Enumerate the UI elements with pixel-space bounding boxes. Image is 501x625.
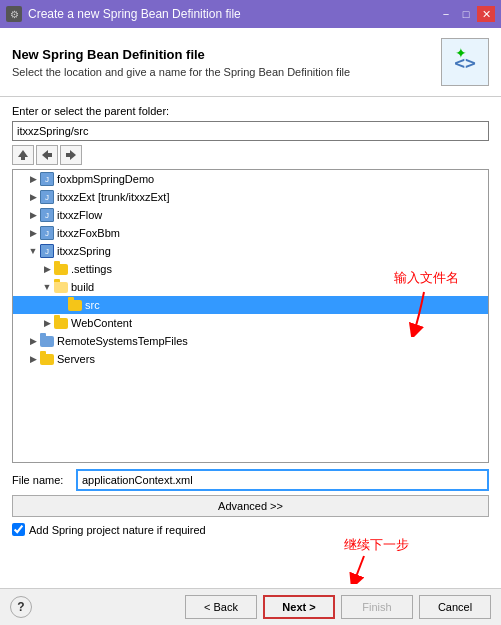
minimize-button[interactable]: − (437, 6, 455, 22)
tree-toggle-icon[interactable]: ▶ (27, 209, 39, 221)
title-bar-title: Create a new Spring Bean Definition file (28, 7, 241, 21)
dialog-title: New Spring Bean Definition file (12, 47, 350, 62)
svg-rect-1 (21, 157, 25, 160)
tree-item[interactable]: ▶ Servers (13, 350, 488, 368)
folder-up-button[interactable] (12, 145, 34, 165)
tree-toggle-icon[interactable] (55, 299, 67, 311)
tree-item-label: .settings (71, 263, 112, 275)
tree-toggle-icon[interactable]: ▶ (27, 191, 39, 203)
title-bar-app-icon: ⚙ (6, 6, 22, 22)
project-icon: J (39, 226, 55, 240)
help-button[interactable]: ? (10, 596, 32, 618)
dialog-description: Select the location and give a name for … (12, 66, 350, 78)
tree-item-label: itxxzSpring (57, 245, 111, 257)
project-icon: J (39, 172, 55, 186)
tree-toggle-icon[interactable]: ▶ (27, 335, 39, 347)
filename-label: File name: (12, 474, 70, 486)
folder-open-icon (53, 280, 69, 294)
tree-toggle-icon[interactable]: ▼ (41, 281, 53, 293)
dialog-header-text: New Spring Bean Definition file Select t… (12, 47, 350, 78)
advanced-button[interactable]: Advanced >> (12, 495, 489, 517)
folder-icon (39, 334, 55, 348)
tree-item-label: itxxzExt [trunk/itxxzExt] (57, 191, 169, 203)
footer-left: ? (10, 596, 32, 618)
folder-icon (53, 262, 69, 276)
tree-toggle-icon[interactable]: ▶ (27, 173, 39, 185)
tree-toggle-icon[interactable]: ▼ (27, 245, 39, 257)
tree-item[interactable]: ▼ build (13, 278, 488, 296)
svg-rect-3 (48, 153, 52, 157)
folder-label: Enter or select the parent folder: (12, 105, 489, 117)
checkbox-row: Add Spring project nature if required (12, 523, 489, 536)
folder-icon (53, 316, 69, 330)
tree-toggle-icon[interactable]: ▶ (41, 317, 53, 329)
maximize-button[interactable]: □ (457, 6, 475, 22)
project-icon: J (39, 208, 55, 222)
checkbox-label: Add Spring project nature if required (29, 524, 206, 536)
next-step-annotation: 继续下一步 (344, 536, 409, 587)
tree-item-label: build (71, 281, 94, 293)
project-open-icon: J (39, 244, 55, 258)
folder-icon (67, 298, 83, 312)
footer-right: < Back Next > Finish Cancel (185, 595, 491, 619)
dialog-body: New Spring Bean Definition file Select t… (0, 28, 501, 625)
svg-rect-5 (66, 153, 70, 157)
folder-forward-button[interactable] (60, 145, 82, 165)
svg-marker-0 (18, 150, 28, 157)
svg-marker-4 (70, 150, 76, 160)
tree-toggle-icon[interactable]: ▶ (27, 227, 39, 239)
tree-item-label: RemoteSystemsTempFiles (57, 335, 188, 347)
next-step-annotation-area: 继续下一步 (12, 536, 489, 580)
tree-item-label: src (85, 299, 100, 311)
tree-item[interactable]: ▶ J foxbpmSpringDemo (13, 170, 488, 188)
svg-marker-2 (42, 150, 48, 160)
filename-input[interactable] (76, 469, 489, 491)
close-button[interactable]: ✕ (477, 6, 495, 22)
dialog-footer: ? < Back Next > Finish Cancel (0, 588, 501, 625)
spring-nature-checkbox[interactable] (12, 523, 25, 536)
next-button[interactable]: Next > (263, 595, 335, 619)
tree-item[interactable]: ▼ J itxxzSpring (13, 242, 488, 260)
tree-item[interactable]: ▶ RemoteSystemsTempFiles (13, 332, 488, 350)
folder-icon (39, 352, 55, 366)
title-bar: ⚙ Create a new Spring Bean Definition fi… (0, 0, 501, 28)
tree-item[interactable]: ▶ J itxxzFlow (13, 206, 488, 224)
tree-item-label: foxbpmSpringDemo (57, 173, 154, 185)
tree-item[interactable]: ▶ J itxxzFoxBbm (13, 224, 488, 242)
tree-item[interactable]: ▶ .settings (13, 260, 488, 278)
project-icon: J (39, 190, 55, 204)
filename-row: File name: (12, 469, 489, 491)
finish-button[interactable]: Finish (341, 595, 413, 619)
tree-toggle-icon[interactable]: ▶ (41, 263, 53, 275)
tree-item-label: WebContent (71, 317, 132, 329)
dialog-content: Enter or select the parent folder: ▶ J f… (0, 97, 501, 588)
title-bar-controls: − □ ✕ (437, 6, 495, 22)
cancel-button[interactable]: Cancel (419, 595, 491, 619)
back-button[interactable]: < Back (185, 595, 257, 619)
tree-item-label: itxxzFlow (57, 209, 102, 221)
tree-item[interactable]: ▶ J itxxzExt [trunk/itxxzExt] (13, 188, 488, 206)
folder-tree[interactable]: ▶ J foxbpmSpringDemo ▶ J itxxzExt [trunk… (12, 169, 489, 463)
folder-back-button[interactable] (36, 145, 58, 165)
tree-item-src[interactable]: src (13, 296, 488, 314)
folder-toolbar (12, 145, 489, 165)
tree-toggle-icon[interactable]: ▶ (27, 353, 39, 365)
tree-item-label: itxxzFoxBbm (57, 227, 120, 239)
tree-item[interactable]: ▶ WebContent (13, 314, 488, 332)
folder-input[interactable] (12, 121, 489, 141)
dialog-header: New Spring Bean Definition file Select t… (0, 28, 501, 97)
dialog-header-icon: <> ✦ (441, 38, 489, 86)
tree-item-label: Servers (57, 353, 95, 365)
